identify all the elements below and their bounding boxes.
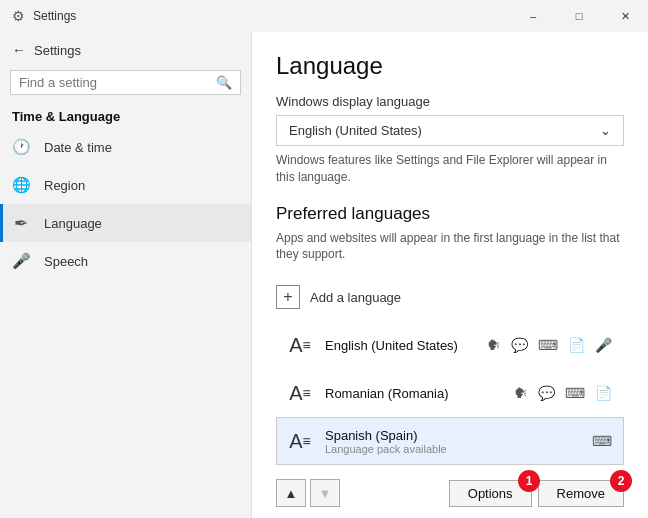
lang-note: Windows features like Settings and File … bbox=[276, 152, 624, 186]
lang-actions-spanish: ⌨ bbox=[589, 431, 615, 451]
badge-1: 1 bbox=[518, 470, 540, 492]
sidebar-item-language[interactable]: ✒ Language bbox=[0, 204, 251, 242]
move-up-button[interactable]: ▲ bbox=[276, 479, 306, 507]
lang-chat-icon: 💬 bbox=[508, 335, 531, 355]
main-content: Language Windows display language Englis… bbox=[252, 32, 648, 518]
region-icon: 🌐 bbox=[12, 176, 30, 194]
preferred-langs-heading: Preferred languages bbox=[276, 204, 624, 224]
language-dropdown[interactable]: English (United States) ⌄ bbox=[276, 115, 624, 146]
lang-row-english[interactable]: A≡ English (United States) 🗣 💬 ⌨ 📄 🎤 bbox=[276, 321, 624, 369]
title-bar: ⚙ Settings – □ ✕ bbox=[0, 0, 648, 32]
add-language-label: Add a language bbox=[310, 290, 401, 305]
arrow-buttons: ▲ ▼ bbox=[276, 479, 340, 507]
speech-icon: 🎤 bbox=[12, 252, 30, 270]
page-title: Language bbox=[276, 52, 624, 80]
back-icon: ← bbox=[12, 42, 26, 58]
lang-sub-spanish: Language pack available bbox=[325, 443, 589, 455]
sidebar-item-date-time[interactable]: 🕐 Date & time bbox=[0, 128, 251, 166]
minimize-button[interactable]: – bbox=[510, 0, 556, 32]
selected-language: English (United States) bbox=[289, 123, 422, 138]
search-box[interactable]: 🔍 bbox=[10, 70, 241, 95]
window-controls: – □ ✕ bbox=[510, 0, 648, 32]
lang-actions-romanian: 🗣 💬 ⌨ 📄 bbox=[511, 383, 615, 403]
sidebar-item-label: Speech bbox=[44, 254, 88, 269]
lang-speak-icon-ro: 🗣 bbox=[511, 383, 531, 403]
back-button[interactable]: ← Settings bbox=[0, 36, 251, 64]
chevron-down-icon: ⌄ bbox=[600, 123, 611, 138]
lang-row-spanish[interactable]: A≡ Spanish (Spain) Language pack availab… bbox=[276, 417, 624, 465]
sidebar-item-label: Date & time bbox=[44, 140, 112, 155]
lang-row-romanian[interactable]: A≡ Romanian (Romania) 🗣 💬 ⌨ 📄 bbox=[276, 369, 624, 417]
action-buttons: 1 Options Remove 2 bbox=[449, 480, 624, 507]
back-label: Settings bbox=[34, 43, 81, 58]
sidebar-item-speech[interactable]: 🎤 Speech bbox=[0, 242, 251, 280]
sidebar: ← Settings 🔍 Time & Language 🕐 Date & ti… bbox=[0, 32, 252, 518]
language-icon: ✒ bbox=[12, 214, 30, 232]
lang-doc-icon: 📄 bbox=[565, 335, 588, 355]
settings-icon: ⚙ bbox=[12, 8, 25, 24]
search-input[interactable] bbox=[19, 75, 210, 90]
date-time-icon: 🕐 bbox=[12, 138, 30, 156]
sidebar-item-label: Language bbox=[44, 216, 102, 231]
preferred-langs-subtitle: Apps and websites will appear in the fir… bbox=[276, 230, 624, 264]
lang-keyboard-icon-ro: ⌨ bbox=[562, 383, 588, 403]
lang-info-romanian: Romanian (Romania) bbox=[325, 386, 511, 401]
move-down-button[interactable]: ▼ bbox=[310, 479, 340, 507]
sidebar-item-label: Region bbox=[44, 178, 85, 193]
bottom-controls: ▲ ▼ 1 Options Remove 2 bbox=[276, 473, 624, 513]
close-button[interactable]: ✕ bbox=[602, 0, 648, 32]
lang-mic-icon: 🎤 bbox=[592, 335, 615, 355]
search-icon: 🔍 bbox=[216, 75, 232, 90]
lang-name-english: English (United States) bbox=[325, 338, 484, 353]
maximize-button[interactable]: □ bbox=[556, 0, 602, 32]
badge-2: 2 bbox=[610, 470, 632, 492]
lang-actions-english: 🗣 💬 ⌨ 📄 🎤 bbox=[484, 335, 615, 355]
add-language-icon: + bbox=[276, 285, 300, 309]
lang-doc-icon-ro: 📄 bbox=[592, 383, 615, 403]
windows-display-lang-label: Windows display language bbox=[276, 94, 624, 109]
lang-icon-english: A≡ bbox=[285, 330, 315, 360]
sidebar-section-label: Time & Language bbox=[0, 101, 251, 128]
lang-keyboard-icon-es: ⌨ bbox=[589, 431, 615, 451]
lang-info-spanish: Spanish (Spain) Language pack available bbox=[325, 428, 589, 455]
lang-keyboard-icon: ⌨ bbox=[535, 335, 561, 355]
lang-speak-icon: 🗣 bbox=[484, 335, 504, 355]
add-language-row[interactable]: + Add a language bbox=[276, 277, 624, 317]
lang-icon-spanish: A≡ bbox=[285, 426, 315, 456]
lang-info-english: English (United States) bbox=[325, 338, 484, 353]
lang-name-romanian: Romanian (Romania) bbox=[325, 386, 511, 401]
title-bar-title: Settings bbox=[33, 9, 76, 23]
language-list: A≡ English (United States) 🗣 💬 ⌨ 📄 🎤 A≡ … bbox=[276, 321, 624, 465]
lang-chat-icon-ro: 💬 bbox=[535, 383, 558, 403]
sidebar-item-region[interactable]: 🌐 Region bbox=[0, 166, 251, 204]
lang-icon-romanian: A≡ bbox=[285, 378, 315, 408]
lang-name-spanish: Spanish (Spain) bbox=[325, 428, 589, 443]
